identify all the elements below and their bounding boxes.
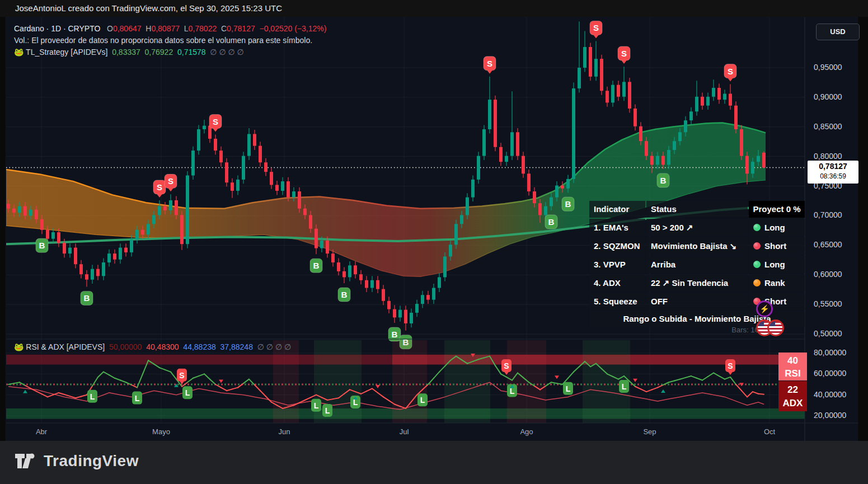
long-marker: L [563,382,573,395]
frog-icon: 🐸 [14,342,24,351]
rsi-line-segment [361,391,367,394]
rsi-line-segment [742,391,747,397]
rsi-line-segment [199,374,204,376]
buy-marker: B [338,288,350,302]
indicator-status: 50 > 200 ↗ [646,219,748,236]
strategy-legend-row: 🐸 TL_Strategy [APIDEVs] 0,83337 0,76922 … [14,46,326,58]
svg-text:L: L [314,401,319,410]
long-marker: L [417,393,428,406]
symbol-title[interactable]: Cardano · 1D · CRYPTO [14,24,100,33]
table-body: 1. EMA's50 > 200 ↗Long2. SQZMONMovimient… [589,219,805,310]
candle-body [398,310,402,318]
candle-body [91,269,94,280]
rsi-line-segment [719,376,725,379]
candle-body [130,239,133,252]
candle-body [163,206,167,210]
currency-usd-button[interactable]: USD [816,24,860,40]
svg-text:B: B [392,330,398,339]
candle-body [68,248,72,254]
rsi-line-segment [747,392,753,397]
candle-body [275,185,279,191]
price-tick-label: 0,65000 [814,240,842,249]
svg-text:S: S [593,23,599,32]
candle-body [96,269,100,276]
candle-body [180,215,184,244]
indicator-side: Long [749,219,805,236]
candle-body [639,126,642,141]
svg-text:B: B [39,241,45,250]
chart-area[interactable]: BBBBBBBBBSSSSSSSLLLLLLLLLLSSS Cardano · … [6,17,858,441]
price-tick-label: 0,85000 [814,122,842,131]
candle-body [242,156,245,180]
candle-body [606,91,609,102]
candle-body [466,198,469,215]
buy-marker: B [36,238,48,252]
candle-body [661,156,665,165]
squeeze-tint-red [507,340,546,423]
candle-body [85,274,88,280]
rsi-line-segment [736,384,742,391]
month-label-jul: Jul [400,427,409,436]
candle-body [421,295,424,304]
candle-body [740,129,743,156]
candle-body [729,94,732,106]
rsi-line-segment [367,388,372,391]
month-label-mayo: Mayo [152,427,170,436]
rsi-line-segment [730,377,736,384]
rsi-line-segment [658,385,663,388]
indicator-side: Short [749,237,805,255]
adx-badge-value: 22 [778,383,807,397]
candle-body [152,215,156,224]
candle-body [298,191,301,209]
status-column-header: Status [646,201,748,218]
candle-body [158,206,161,215]
candle-body [113,253,116,260]
candle-body [35,210,38,219]
candle-body [471,180,475,198]
price-tick-label: 0,75000 [814,181,842,190]
candle-body [706,97,710,106]
buy-marker: B [545,215,557,229]
rsi-line-segment [702,377,708,380]
candle-body [51,232,55,239]
candle-body [370,280,374,288]
svg-text:L: L [622,382,627,391]
svg-text:B: B [548,217,555,227]
candle-body [46,230,49,239]
long-marker: L [619,380,629,393]
tradingview-logo[interactable]: TradingView [15,451,139,471]
rsi-line-segment [120,380,126,383]
candle-body [281,181,284,191]
lightning-icon[interactable]: ⚡ [756,300,773,317]
candle-body [689,111,693,120]
candle-body [270,172,273,185]
candle-body [225,162,228,182]
symbol-legend: Cardano · 1D · CRYPTO O0,80647 H0,80877 … [14,23,326,58]
rsi-line-segment [243,379,249,383]
candle-body [231,182,234,191]
us-flag-icon[interactable] [767,319,784,336]
rsi-line-segment [187,378,193,382]
indicator-name: 4. ADX [589,274,645,292]
strategy-name[interactable]: TL_Strategy [APIDEVs] [26,48,107,57]
svg-text:B: B [313,261,320,270]
candle-body [387,301,391,309]
sell-marker: S [153,180,166,198]
triangle-down-icon [376,385,380,388]
rsi-line-segment [221,388,227,391]
svg-text:S: S [157,182,162,192]
rsi-line-segment [652,388,658,390]
candle-body [583,47,587,68]
price-tick-label: 0,55000 [814,299,842,308]
candle-body [393,309,396,318]
price-tick-label: 0,80000 [814,152,842,161]
bar-countdown: 08:36:59 [808,172,858,181]
candle-body [315,229,318,248]
rsi-line-segment [439,366,445,372]
indicator-status: Arriba [646,256,748,273]
candle-body [634,109,637,126]
rsi-line-segment [171,372,176,379]
svg-text:S: S [179,371,184,380]
rsi-indicator-name[interactable]: RSI & ADX [APIDEVS] [26,342,105,351]
candle-body [264,162,268,172]
